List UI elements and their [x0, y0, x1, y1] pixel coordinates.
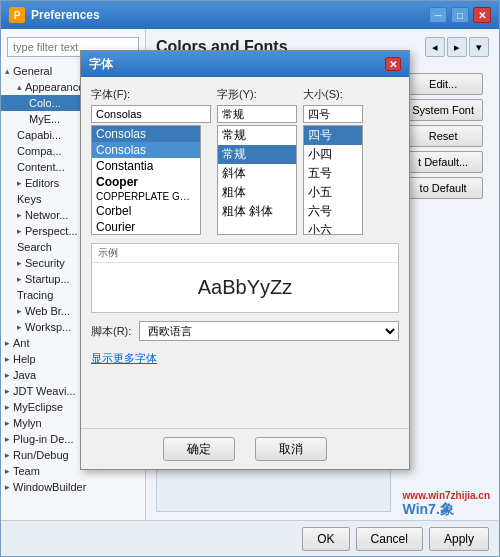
arrow-icon: ▸	[5, 418, 10, 428]
font-dialog: 字体 ✕ 字体(F): Consolas Consolas Constantia…	[80, 50, 410, 470]
title-bar: P Preferences ─ □ ✕	[1, 1, 499, 29]
arrow-icon: ▸	[5, 370, 10, 380]
font-list[interactable]: Consolas Consolas Constantia Cooper COPP…	[91, 125, 201, 235]
side-buttons: Edit... System Font Reset t Default... t…	[397, 65, 489, 512]
app-icon: P	[9, 7, 25, 23]
preview-label: 示例	[92, 244, 398, 263]
arrow-icon: ▸	[5, 434, 10, 444]
font-style-label: 字形(Y):	[217, 87, 297, 102]
arrow-icon: ▸	[5, 386, 10, 396]
font-list-wrapper: Consolas Consolas Constantia Cooper COPP…	[91, 125, 211, 235]
dialog-close-button[interactable]: ✕	[385, 57, 401, 71]
nav-down-button[interactable]: ▾	[469, 37, 489, 57]
list-item[interactable]: 四号	[304, 126, 362, 145]
more-fonts-link[interactable]: 显示更多字体	[91, 351, 399, 366]
arrow-icon: ▴	[17, 82, 22, 92]
dialog-buttons: 确定 取消	[81, 428, 409, 469]
style-list[interactable]: 常规 常规 斜体 粗体 粗体 斜体	[217, 125, 297, 235]
dialog-title-bar: 字体 ✕	[81, 51, 409, 77]
arrow-icon: ▸	[5, 450, 10, 460]
list-item[interactable]: COPPERPLATE GOTHIC	[92, 190, 200, 203]
reset-button[interactable]: Reset	[403, 125, 483, 147]
list-item[interactable]: Constantia	[92, 158, 200, 174]
dialog-title: 字体	[89, 56, 385, 73]
dialog-cancel-button[interactable]: 取消	[255, 437, 327, 461]
dialog-body: 字体(F): Consolas Consolas Constantia Coop…	[81, 77, 409, 428]
script-select[interactable]: 西欧语言	[139, 321, 399, 341]
window-title: Preferences	[31, 8, 100, 22]
sidebar-item-windowbuilder[interactable]: ▸ WindowBuilder	[1, 479, 145, 495]
close-button[interactable]: ✕	[473, 7, 491, 23]
font-name-label: 字体(F):	[91, 87, 211, 102]
set-default-button[interactable]: t Default...	[403, 151, 483, 173]
list-item[interactable]: 六号	[304, 202, 362, 221]
nav-forward-button[interactable]: ▸	[447, 37, 467, 57]
list-item[interactable]: 常规	[218, 126, 296, 145]
nav-buttons: ◂ ▸ ▾	[425, 37, 489, 57]
list-item[interactable]: 粗体	[218, 183, 296, 202]
list-item[interactable]: 五号	[304, 164, 362, 183]
list-item[interactable]: 小五	[304, 183, 362, 202]
font-size-label: 大小(S):	[303, 87, 363, 102]
arrow-icon: ▸	[17, 322, 22, 332]
bottom-apply-button[interactable]: Apply	[429, 527, 489, 551]
list-item[interactable]: 常规	[218, 145, 296, 164]
dialog-ok-button[interactable]: 确定	[163, 437, 235, 461]
font-style-input[interactable]	[217, 105, 297, 123]
script-label: 脚本(R):	[91, 324, 131, 339]
list-item[interactable]: Cooper	[92, 174, 200, 190]
arrow-icon: ▸	[17, 306, 22, 316]
font-size-input[interactable]	[303, 105, 363, 123]
window-controls: ─ □ ✕	[429, 7, 491, 23]
list-item[interactable]: Corbel	[92, 203, 200, 219]
arrow-icon: ▴	[5, 66, 10, 76]
arrow-icon: ▸	[17, 274, 22, 284]
font-name-column: 字体(F): Consolas Consolas Constantia Coop…	[91, 87, 211, 235]
list-item[interactable]: 小四	[304, 145, 362, 164]
list-item[interactable]: Consolas	[92, 142, 200, 158]
bottom-cancel-button[interactable]: Cancel	[356, 527, 423, 551]
font-columns: 字体(F): Consolas Consolas Constantia Coop…	[91, 87, 399, 235]
font-name-input[interactable]	[91, 105, 211, 123]
bottom-ok-button[interactable]: OK	[302, 527, 349, 551]
nav-back-button[interactable]: ◂	[425, 37, 445, 57]
font-size-column: 大小(S): 四号 小四 五号 小五 六号 小六 七号	[303, 87, 363, 235]
arrow-icon: ▸	[5, 466, 10, 476]
list-item[interactable]: 粗体 斜体	[218, 202, 296, 221]
arrow-icon: ▸	[17, 178, 22, 188]
minimize-button[interactable]: ─	[429, 7, 447, 23]
maximize-button[interactable]: □	[451, 7, 469, 23]
script-row: 脚本(R): 西欧语言	[91, 321, 399, 341]
arrow-icon: ▸	[17, 210, 22, 220]
arrow-icon: ▸	[5, 338, 10, 348]
to-default-button[interactable]: to Default	[403, 177, 483, 199]
preview-section: 示例 AaBbYyZz	[91, 243, 399, 313]
list-item[interactable]: Courier	[92, 219, 200, 235]
list-item[interactable]: Consolas	[92, 126, 200, 142]
edit-button[interactable]: Edit...	[403, 73, 483, 95]
arrow-icon: ▸	[17, 258, 22, 268]
list-item[interactable]: 斜体	[218, 164, 296, 183]
bottom-bar: OK Cancel Apply	[1, 520, 499, 556]
list-item[interactable]: 小六	[304, 221, 362, 235]
arrow-icon: ▸	[17, 226, 22, 236]
size-list[interactable]: 四号 小四 五号 小五 六号 小六 七号	[303, 125, 363, 235]
arrow-icon: ▸	[5, 354, 10, 364]
preview-text: AaBbYyZz	[92, 263, 398, 312]
system-font-button[interactable]: System Font	[403, 99, 483, 121]
arrow-icon: ▸	[5, 402, 10, 412]
arrow-icon: ▸	[5, 482, 10, 492]
font-style-column: 字形(Y): 常规 常规 斜体 粗体 粗体 斜体	[217, 87, 297, 235]
